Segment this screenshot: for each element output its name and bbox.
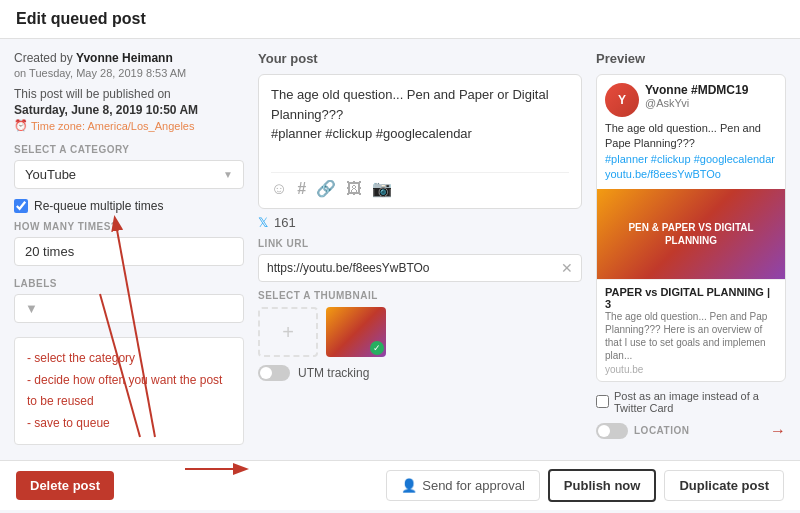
thumbnail-label: SELECT A THUMBNAIL (258, 290, 582, 301)
how-many-label: HOW MANY TIMES? (14, 221, 244, 232)
char-count: 161 (274, 215, 296, 230)
camera-icon[interactable]: 📷 (372, 179, 392, 198)
utm-row: UTM tracking (258, 365, 582, 381)
category-select[interactable]: YouTube ▼ (14, 160, 244, 189)
emoji-icon[interactable]: ☺ (271, 180, 287, 198)
requeue-checkbox[interactable] (14, 199, 28, 213)
preview-text-content: The age old question... Pen and Pape Pla… (605, 122, 761, 149)
timezone-label: Time zone: America/Los_Angeles (31, 120, 194, 132)
footer-right: 👤 Send for approval Publish now Duplicat… (386, 469, 784, 502)
center-panel: Your post The age old question... Pen an… (258, 51, 582, 448)
chevron-down-icon: ▼ (223, 169, 233, 180)
arrow-right-icon: → (770, 422, 786, 440)
preview-link-desc: The age old question... Pen and Pap Plan… (605, 310, 777, 362)
category-value: YouTube (25, 167, 76, 182)
preview-label: Preview (596, 51, 786, 66)
timezone: ⏰ Time zone: America/Los_Angeles (14, 119, 244, 132)
char-count-row: 𝕏 161 (258, 215, 582, 230)
post-textarea-area: The age old question... Pen and Paper or… (258, 74, 582, 209)
chevron-down-icon: ▼ (25, 301, 38, 316)
link-clear-icon[interactable]: ✕ (561, 260, 573, 276)
page-title: Edit queued post (16, 10, 784, 28)
utm-toggle-knob (260, 367, 272, 379)
hashtag-icon[interactable]: # (297, 180, 306, 198)
preview-username: Yvonne #MDMC19 (645, 83, 748, 97)
category-label: SELECT A CATEGORY (14, 144, 244, 155)
preview-image: PEN & PAPER VS DIGITAL PLANNING (597, 189, 785, 279)
toolbar-row: ☺ # 🔗 🖼 📷 (271, 172, 569, 198)
requeue-label: Re-queue multiple times (34, 199, 163, 213)
link-url-input[interactable] (267, 261, 561, 275)
footer: Delete post 👤 Send for approval Publish … (0, 460, 800, 510)
preview-user-row: Y Yvonne #MDMC19 @AskYvi (597, 75, 785, 121)
preview-card: Y Yvonne #MDMC19 @AskYvi The age old que… (596, 74, 786, 382)
thumbnail-add-button[interactable]: + (258, 307, 318, 357)
user-icon: 👤 (401, 478, 417, 493)
requeue-check: Re-queue multiple times (14, 199, 244, 213)
thumbnail-check-icon: ✓ (370, 341, 384, 355)
location-label: LOCATION (634, 425, 689, 436)
clock-icon: ⏰ (14, 119, 28, 132)
image-icon[interactable]: 🖼 (346, 180, 362, 198)
created-by-prefix: Created by (14, 51, 73, 65)
duplicate-post-button[interactable]: Duplicate post (664, 470, 784, 501)
preview-link-domain: youtu.be (605, 364, 777, 375)
utm-label: UTM tracking (298, 366, 369, 380)
preview-link-title: PAPER vs DIGITAL PLANNING | 3 (605, 286, 777, 310)
preview-link-meta: PAPER vs DIGITAL PLANNING | 3 The age ol… (597, 279, 785, 381)
link-url-wrap: ✕ (258, 254, 582, 282)
post-text-input[interactable]: The age old question... Pen and Paper or… (271, 85, 569, 163)
author-name: Yvonne Heimann (76, 51, 173, 65)
location-section: LOCATION → (596, 422, 786, 440)
preview-hashtags: #planner #clickup #googlecalendar (605, 153, 775, 165)
annotation-line3: - save to queue (27, 413, 231, 435)
thumbnail-image[interactable]: ✓ (326, 307, 386, 357)
location-toggle[interactable] (596, 423, 628, 439)
utm-toggle[interactable] (258, 365, 290, 381)
preview-image-text: PEN & PAPER VS DIGITAL PLANNING (601, 221, 781, 247)
location-toggle-knob (598, 425, 610, 437)
annotation-line1: - select the category (27, 348, 231, 370)
twitter-card-label: Post as an image instead of a Twitter Ca… (614, 390, 786, 414)
twitter-card-checkbox[interactable] (596, 395, 609, 408)
link-url-label: LINK URL (258, 238, 582, 249)
publish-info-prefix: This post will be published on (14, 87, 244, 101)
labels-select[interactable]: ▼ (14, 294, 244, 323)
labels-label: LABELS (14, 278, 244, 289)
created-by: Created by Yvonne Heimann (14, 51, 244, 65)
thumbnail-row: + ✓ (258, 307, 582, 357)
created-date: on Tuesday, May 28, 2019 8:53 AM (14, 67, 244, 79)
left-panel: Created by Yvonne Heimann on Tuesday, Ma… (14, 51, 244, 448)
send-approval-label: Send for approval (422, 478, 525, 493)
publish-date: Saturday, June 8, 2019 10:50 AM (14, 103, 244, 117)
link-url-section: LINK URL ✕ (258, 238, 582, 282)
send-approval-button[interactable]: 👤 Send for approval (386, 470, 540, 501)
preview-user-info: Yvonne #MDMC19 @AskYvi (645, 83, 748, 109)
your-post-label: Your post (258, 51, 582, 66)
twitter-icon: 𝕏 (258, 215, 268, 230)
page-header: Edit queued post (0, 0, 800, 39)
link-icon[interactable]: 🔗 (316, 179, 336, 198)
annotation-box: - select the category - decide how often… (14, 337, 244, 445)
how-many-input[interactable] (14, 237, 244, 266)
delete-post-button[interactable]: Delete post (16, 471, 114, 500)
preview-link: youtu.be/f8eesYwBTOo (605, 168, 721, 180)
avatar: Y (605, 83, 639, 117)
preview-handle: @AskYvi (645, 97, 748, 109)
twitter-card-check: Post as an image instead of a Twitter Ca… (596, 390, 786, 414)
thumbnail-section: SELECT A THUMBNAIL + ✓ (258, 290, 582, 357)
publish-now-button[interactable]: Publish now (548, 469, 657, 502)
preview-text: The age old question... Pen and Pape Pla… (597, 121, 785, 189)
right-panel: Preview Y Yvonne #MDMC19 @AskYvi The age… (596, 51, 786, 448)
annotation-line2: - decide how often you want the post to … (27, 370, 231, 413)
